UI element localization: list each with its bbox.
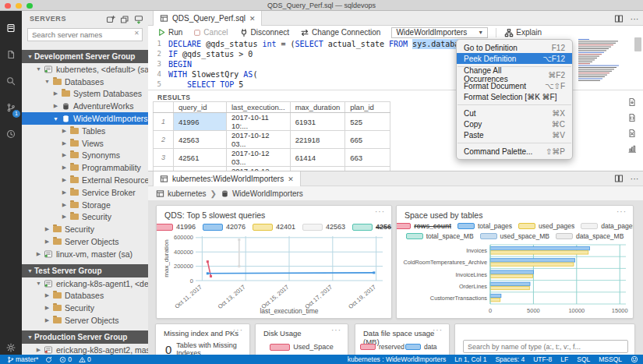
legend-item-total_pages[interactable]: total_pages [458, 222, 512, 230]
tree-item-kubernetes-default-sa-[interactable]: ▼kubernetes, <default> (sa) [22, 63, 148, 76]
tree-item-tables[interactable]: ▶Tables [22, 125, 148, 137]
chevron-down-icon[interactable]: ▼ [43, 79, 51, 84]
database-dropdown[interactable]: WideWorldImporters▼ [391, 27, 488, 38]
change-connection-button[interactable]: Change Connection [300, 28, 380, 37]
chevron-right-icon[interactable]: ▶ [60, 164, 69, 171]
chevron-right-icon[interactable]: ▶ [60, 214, 69, 220]
chevron-right-icon[interactable]: ▶ [34, 347, 43, 353]
grid-column-header[interactable]: plan_id [345, 102, 390, 113]
panel-more-actions-icon[interactable]: ··· [628, 172, 641, 185]
chevron-down-icon[interactable]: ▼ [34, 281, 43, 286]
grid-column-header[interactable]: last_execution... [227, 102, 291, 113]
new-query-icon[interactable] [0, 44, 22, 65]
chevron-right-icon[interactable]: ▶ [60, 189, 69, 196]
tree-item-erickang-k8s-agent1-default-sa-[interactable]: ▼erickang-k8s-agent1, <default> (sa) [22, 277, 148, 290]
legend-item-Used_Space[interactable]: Used_Space [270, 343, 334, 351]
server-group-header[interactable]: ▼Test Server Group [22, 264, 148, 277]
status-kubernetes-wideworldimporters[interactable]: kubernetes : WideWorldImporters [348, 355, 446, 363]
tree-item-system-databases[interactable]: ▶System Databases [22, 88, 148, 101]
tree-item-views[interactable]: ▶Views [22, 137, 148, 150]
legend-item-data_pages[interactable]: data_pages [581, 222, 634, 230]
tree-item-programmability[interactable]: ▶Programmability [22, 161, 148, 174]
new-connection-icon[interactable] [104, 13, 117, 26]
chevron-right-icon[interactable]: ▶ [43, 305, 51, 311]
menu-item-cut[interactable]: Cut⌘X [457, 108, 572, 118]
chevron-right-icon[interactable]: ▶ [43, 226, 51, 232]
source-control-icon[interactable]: 1 [0, 97, 22, 118]
legend-item-used_space_MB[interactable]: used_space_MB [480, 232, 549, 240]
chevron-down-icon[interactable]: ▼ [26, 334, 34, 340]
chevron-down-icon[interactable]: ▼ [26, 54, 34, 59]
tree-item-databases[interactable]: ▶Databases [22, 290, 148, 302]
chevron-right-icon[interactable]: ▶ [60, 152, 69, 158]
tab-qds-query-perf[interactable]: QDS_Query_Perf.sql ✕ [153, 11, 262, 26]
grid-cell[interactable]: 41996 [174, 113, 227, 131]
chevron-right-icon[interactable]: ▶ [60, 128, 69, 134]
widget-menu-icon[interactable]: ··· [233, 326, 243, 334]
run-button[interactable]: Run [157, 28, 182, 37]
menu-item-format-document[interactable]: Format Document⌥⇧F [457, 80, 572, 91]
status-lf[interactable]: LF [560, 355, 568, 363]
chevron-down-icon[interactable]: ▼ [26, 268, 34, 274]
breadcrumb-item[interactable]: WideWorldImporters [221, 189, 303, 198]
chevron-right-icon[interactable]: ▶ [43, 317, 51, 323]
legend-item-41996[interactable]: 41996 [156, 223, 196, 231]
grid-row-number[interactable]: 3 [154, 149, 174, 167]
feedback-smiley-icon[interactable] [631, 355, 638, 363]
chevron-down-icon[interactable]: ▼ [34, 66, 43, 72]
tree-item-service-broker[interactable]: ▶Service Broker [22, 186, 148, 199]
menu-item-copy[interactable]: Copy⌘C [457, 118, 572, 129]
grid-cell[interactable]: 2017-10-11 10:... [227, 113, 291, 131]
grid-cell[interactable]: 42563 [174, 131, 227, 149]
chevron-right-icon[interactable]: ▶ [43, 292, 51, 299]
save-json-icon[interactable] [627, 112, 638, 123]
server-group-header[interactable]: ▼Production Server Group [22, 330, 148, 344]
tree-item-server-objects[interactable]: ▶Server Objects [22, 235, 148, 248]
grid-column-header[interactable]: query_id [174, 102, 227, 113]
chevron-right-icon[interactable]: ▶ [34, 251, 43, 257]
status-mssql[interactable]: MSSQL [599, 355, 622, 363]
minimap[interactable] [577, 37, 627, 83]
chevron-down-icon[interactable]: ▼ [51, 116, 60, 122]
server-search-input[interactable] [27, 28, 143, 41]
menu-item-change-all-occurrences[interactable]: Change All Occurrences⌘F2 [457, 69, 572, 80]
status-error[interactable]: 0 [59, 355, 72, 363]
breadcrumb-item[interactable]: kubernetes [156, 189, 206, 198]
status-sql[interactable]: SQL [577, 355, 590, 363]
active-connections-icon[interactable] [132, 13, 145, 26]
widget-menu-icon[interactable]: ··· [617, 207, 627, 216]
save-excel-icon[interactable] [627, 128, 638, 139]
grid-cell[interactable]: 42561 [174, 149, 227, 167]
grid-cell[interactable]: 663 [345, 149, 390, 167]
more-actions-icon[interactable]: ··· [628, 12, 641, 25]
tree-item-adventureworks[interactable]: ▶AdventureWorks [22, 100, 148, 112]
close-tab-icon[interactable]: ✕ [249, 15, 256, 23]
legend-item-data[interactable]: data [405, 343, 437, 351]
chevron-right-icon[interactable]: ▶ [60, 202, 69, 208]
tree-item-databases[interactable]: ▼Databases [22, 76, 148, 88]
cancel-button[interactable]: Cancel [193, 28, 228, 37]
widget-menu-icon[interactable]: ··· [375, 207, 385, 216]
grid-column-header[interactable]: max_duration [290, 102, 345, 113]
menu-item-paste[interactable]: Paste⌘V [457, 129, 572, 140]
tree-item-synonyms[interactable]: ▶Synonyms [22, 150, 148, 162]
tree-item-external-resources[interactable]: ▶External Resources [22, 174, 148, 186]
chevron-right-icon[interactable]: ▶ [60, 140, 69, 147]
object-search-input[interactable] [463, 340, 628, 353]
widget-menu-icon[interactable]: ··· [331, 326, 341, 334]
explain-button[interactable]: Explain [504, 28, 542, 37]
chevron-right-icon[interactable]: ▶ [51, 103, 60, 109]
grid-row-number[interactable]: 2 [154, 131, 174, 149]
menu-item-format-selection-k-f-[interactable]: Format Selection [⌘K ⌘F] [457, 91, 572, 102]
chevron-right-icon[interactable]: ▶ [51, 90, 60, 97]
widget-menu-icon[interactable]: ··· [433, 326, 443, 334]
close-panel-tab-icon[interactable]: ✕ [288, 175, 294, 183]
menu-item-command-palette-[interactable]: Command Palette...⇧⌘P [457, 146, 572, 157]
grid-cell[interactable]: 221918 [290, 131, 345, 149]
legend-item-total_space_MB[interactable]: total_space_MB [406, 232, 474, 240]
status-utf-8[interactable]: UTF-8 [533, 355, 552, 363]
legend-item-rows_count[interactable]: rows_count [396, 222, 451, 230]
disconnect-button[interactable]: Disconnect [239, 28, 289, 37]
grid-cell[interactable]: 2017-10-12 03... [227, 149, 291, 167]
legend-item-Used_Space[interactable]: Used_Space [256, 343, 348, 351]
